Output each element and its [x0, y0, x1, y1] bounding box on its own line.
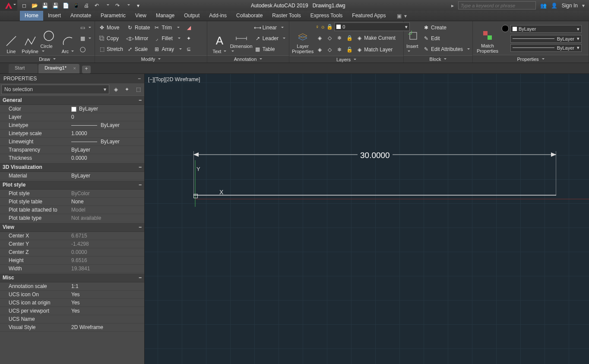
panel-properties-title[interactable]: Properties	[473, 55, 589, 63]
signin-button[interactable]: Sign In	[562, 3, 578, 9]
prop-section-header[interactable]: General−	[0, 95, 144, 105]
copy-button[interactable]: ⿻Copy	[98, 33, 124, 43]
tab-addins[interactable]: Add-ins	[204, 11, 231, 21]
lineweight-combo[interactable]: ByLayer▾	[510, 35, 582, 43]
open-web-icon[interactable]: 📄	[62, 2, 69, 9]
ribbon-vis-icon[interactable]: ▣	[397, 13, 402, 19]
trim-button[interactable]: ✂Trim	[152, 22, 183, 32]
line-button[interactable]: Line	[3, 23, 20, 54]
move-button[interactable]: ✥Move	[98, 22, 124, 32]
property-row[interactable]: LineweightByLayer	[0, 138, 144, 146]
save-icon[interactable]: 💾	[41, 2, 48, 9]
new-tab-button[interactable]: +	[82, 66, 91, 73]
layer-lock-icon[interactable]: 🔒	[326, 24, 333, 30]
plot-icon[interactable]: 🖨	[83, 2, 90, 9]
property-row[interactable]: TransparencyByLayer	[0, 146, 144, 154]
edit-block-button[interactable]: ✎Edit	[422, 33, 471, 43]
property-row[interactable]: UCS per viewportYes	[0, 307, 144, 315]
tab-insert[interactable]: Insert	[43, 11, 66, 21]
text-button[interactable]: AText	[210, 23, 229, 54]
property-row[interactable]: Plot table attached toModel	[0, 206, 144, 214]
polyline-button[interactable]: Polyline	[22, 23, 39, 54]
color-combo[interactable]: ByLayer▾	[510, 25, 582, 33]
panel-modify-title[interactable]: Modify	[95, 55, 207, 63]
stretch-button[interactable]: ⬚Stretch	[98, 44, 124, 54]
app-menu-button[interactable]	[0, 0, 17, 11]
redo-dropdown-icon[interactable]	[124, 2, 131, 9]
color-wheel-icon[interactable]	[501, 25, 509, 34]
make-current-button[interactable]: ◈Make Current	[355, 33, 396, 43]
layer-bulb-icon[interactable]: ♀	[315, 24, 319, 30]
open-icon[interactable]: 📂	[31, 2, 38, 9]
property-row[interactable]: UCS icon at originYes	[0, 299, 144, 307]
dimension-button[interactable]: Dimension	[231, 23, 252, 54]
table-button[interactable]: ▦Table	[253, 44, 286, 54]
scale-button[interactable]: ⤢Scale	[126, 44, 151, 54]
tab-manage[interactable]: Manage	[151, 11, 179, 21]
tab-collaborate[interactable]: Collaborate	[231, 11, 267, 21]
layer-thaw-icon[interactable]: ❄	[335, 44, 344, 54]
ellipse-icon[interactable]: ◯	[78, 44, 92, 54]
panel-block-title[interactable]: Block	[404, 55, 472, 63]
match-properties-button[interactable]: Match Properties	[475, 22, 500, 54]
property-row[interactable]: LinetypeByLayer	[0, 121, 144, 130]
layer-sun-icon[interactable]: ☼	[320, 24, 325, 30]
mirror-button[interactable]: ◁▷Mirror	[126, 33, 151, 43]
edit-attributes-button[interactable]: ✎Edit Attributes	[422, 44, 471, 54]
hatch-icon[interactable]: ▦	[78, 33, 92, 43]
property-row[interactable]: Plot table typeNot available	[0, 214, 144, 222]
property-row[interactable]: Plot styleByColor	[0, 190, 144, 198]
rectangle-icon[interactable]: ▭	[78, 22, 92, 32]
property-row[interactable]: Height9.6516	[0, 256, 144, 265]
tab-annotate[interactable]: Annotate	[66, 11, 96, 21]
property-row[interactable]: Plot style tableNone	[0, 198, 144, 206]
property-row[interactable]: Thickness0.0000	[0, 154, 144, 162]
pim-icon[interactable]: ◈	[111, 85, 120, 94]
prop-section-header[interactable]: Plot style−	[0, 180, 144, 190]
property-row[interactable]: UCS icon OnYes	[0, 291, 144, 299]
tab-expresstools[interactable]: Express Tools	[306, 11, 347, 21]
layer-off-icon[interactable]: ◇	[325, 33, 334, 43]
tab-drawing1[interactable]: Drawing1*×	[38, 64, 79, 73]
view-label[interactable]: [−][Top][2D Wireframe]	[148, 76, 200, 82]
property-row[interactable]: Width19.3841	[0, 265, 144, 273]
property-row[interactable]: ColorByLayer	[0, 105, 144, 113]
property-row[interactable]: Linetype scale1.0000	[0, 130, 144, 138]
infocenter-icon[interactable]: 👥	[540, 3, 547, 9]
new-icon[interactable]: ◻	[21, 2, 28, 9]
panel-layers-title[interactable]: Layers	[289, 56, 403, 63]
properties-header[interactable]: PROPERTIES−	[0, 74, 144, 83]
fillet-button[interactable]: ◞Fillet	[152, 33, 183, 43]
tab-featuredapps[interactable]: Featured Apps	[347, 11, 390, 21]
close-icon[interactable]: ×	[73, 66, 76, 71]
offset-icon[interactable]: ⊆	[184, 44, 193, 54]
tab-parametric[interactable]: Parametric	[96, 11, 130, 21]
arc-button[interactable]: Arc	[59, 23, 76, 54]
tab-rastertools[interactable]: Raster Tools	[267, 11, 305, 21]
layer-combo[interactable]: 0▾	[334, 22, 410, 31]
property-row[interactable]: Annotation scale1:1	[0, 282, 144, 291]
prop-section-header[interactable]: Misc−	[0, 273, 144, 282]
match-layer-button[interactable]: ◈Match Layer	[355, 44, 393, 54]
property-row[interactable]: UCS Name	[0, 315, 144, 323]
tab-home[interactable]: Home	[20, 11, 43, 21]
undo-icon[interactable]: ↶	[93, 2, 100, 9]
search-input[interactable]	[458, 1, 536, 9]
panel-draw-title[interactable]: Draw	[0, 55, 95, 63]
create-block-button[interactable]: ✱Create	[422, 22, 471, 32]
search-dropdown-icon[interactable]: ▸	[451, 3, 454, 9]
save-web-icon[interactable]: 📱	[73, 2, 79, 9]
property-row[interactable]: MaterialByLayer	[0, 172, 144, 180]
layer-iso-icon[interactable]: ◈	[315, 33, 324, 43]
property-row[interactable]: Center Z0.0000	[0, 248, 144, 256]
prop-section-header[interactable]: View−	[0, 222, 144, 232]
rotate-button[interactable]: ↻Rotate	[126, 22, 151, 32]
select-icon[interactable]: ⬚	[133, 85, 143, 94]
tab-output[interactable]: Output	[179, 11, 204, 21]
user-icon[interactable]: 👤	[551, 3, 557, 9]
ribbon-more-icon[interactable]: ▾	[404, 13, 407, 19]
property-row[interactable]: Layer0	[0, 113, 144, 121]
linear-button[interactable]: ⟷Linear	[253, 22, 286, 32]
layer-properties-button[interactable]: Layer Properties	[292, 23, 314, 54]
property-row[interactable]: Visual Style2D Wireframe	[0, 323, 144, 332]
